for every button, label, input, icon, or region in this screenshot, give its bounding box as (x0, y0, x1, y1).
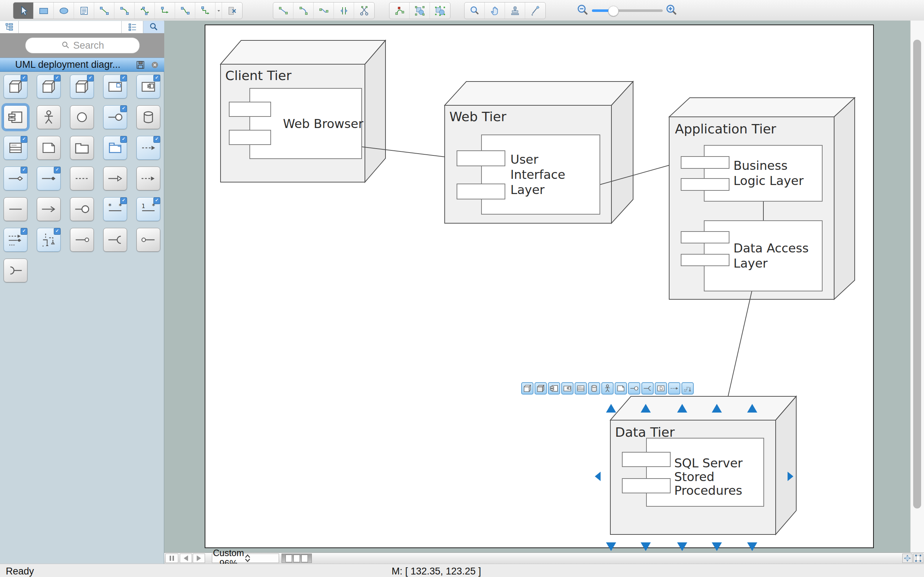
remove-connector-button[interactable] (222, 3, 242, 19)
shape-iface-circle[interactable] (70, 105, 94, 129)
save-library-icon[interactable] (135, 60, 145, 70)
actual-size-button[interactable] (913, 554, 923, 563)
node-web-tier[interactable]: Web Tier User Interface Layer (445, 82, 681, 223)
shape-one-mult-line[interactable]: 1*✓ (136, 197, 160, 221)
float-note-button[interactable] (615, 382, 627, 395)
zoom-level-select[interactable]: Custom 96% (212, 554, 279, 563)
shape-node3d[interactable]: ✓ (37, 75, 61, 98)
previous-page-button[interactable] (180, 554, 192, 563)
mirror-tool-button[interactable] (334, 3, 354, 19)
pan-tool-button[interactable] (485, 3, 505, 19)
shape-lollipop[interactable]: ✓ (103, 105, 127, 129)
connector-line-button[interactable] (94, 3, 115, 19)
shape-dep-diamond[interactable]: ✓ (3, 228, 27, 252)
zoom-stepper[interactable] (245, 554, 277, 562)
text-tool-button[interactable] (74, 3, 94, 19)
tree-view-button[interactable] (0, 21, 19, 33)
ellipse-tool-button[interactable] (54, 3, 74, 19)
shape-frame-doc[interactable]: ✓ (103, 75, 127, 98)
node-application-tier[interactable]: Application Tier Business Logic Layer Da… (669, 98, 855, 438)
shape-dep-arrow[interactable]: ✓ (136, 136, 160, 160)
close-library-icon[interactable] (150, 60, 160, 70)
float-cube-button[interactable] (521, 382, 533, 395)
vertical-scrollbar-thumb[interactable] (913, 40, 921, 508)
float-socket-end-line-button[interactable] (641, 382, 654, 395)
node-client-tier[interactable]: Client Tier Web Browser (221, 40, 457, 182)
float-elbow-down-button[interactable] (682, 382, 694, 395)
component-tab[interactable] (229, 130, 271, 145)
pointer-button[interactable] (13, 3, 34, 19)
shape-classbox[interactable]: ✓ (3, 136, 27, 160)
component-tab[interactable] (681, 156, 729, 168)
float-cube-shaded-button[interactable] (535, 382, 547, 395)
node-data-tier[interactable]: Data Tier SQL Server Stored Procedures (611, 396, 796, 534)
shape-node3d[interactable]: ✓ (3, 75, 27, 98)
shape-actor[interactable] (37, 105, 61, 129)
spline-tool-button[interactable] (313, 3, 334, 19)
component-tab[interactable] (681, 232, 729, 243)
search-mode-button[interactable] (143, 21, 164, 33)
component-tab[interactable] (457, 184, 505, 199)
zoom-in-icon[interactable] (665, 3, 678, 17)
connector-elbow-button[interactable] (155, 3, 175, 19)
float-database-button[interactable] (588, 382, 600, 395)
zoom-slider-thumb[interactable] (608, 6, 619, 16)
float-comp-frame-button[interactable] (561, 382, 573, 395)
shape-open-arrow[interactable] (103, 167, 127, 190)
float-doc-box-button[interactable] (655, 382, 667, 395)
shape-circle-end-line[interactable] (70, 228, 94, 252)
library-titlebar[interactable]: UML deployment diagr... (0, 58, 164, 72)
component-tab[interactable] (457, 151, 505, 166)
fit-to-screen-button[interactable] (902, 554, 913, 563)
shape-component[interactable] (3, 105, 27, 129)
shape-node3d[interactable]: ✓ (70, 75, 94, 98)
shape-dash-line[interactable] (70, 167, 94, 190)
float-component-button[interactable] (548, 382, 560, 395)
list-view-button[interactable] (122, 21, 143, 33)
shape-diamond-line[interactable]: ✓ (3, 167, 27, 190)
connector-tree-button[interactable] (195, 3, 215, 19)
shape-socket-start-line[interactable] (3, 259, 27, 282)
shape-package[interactable]: ✓ (103, 136, 127, 160)
reshape-tool-button[interactable] (389, 3, 410, 19)
float-classbox-button[interactable] (575, 382, 587, 395)
connector-curve2-button[interactable] (175, 3, 195, 19)
shape-ortho-dep[interactable]: ✓ (37, 228, 61, 252)
shape-ball-line[interactable] (70, 197, 94, 221)
float-dep-arrow-button[interactable] (668, 382, 680, 395)
shape-comp-frame[interactable]: ✓ (136, 75, 160, 98)
shape-socket-end-line[interactable] (103, 228, 127, 252)
connector-bezier-button[interactable] (135, 3, 155, 19)
zoom-out-icon[interactable] (576, 3, 590, 17)
group-tool-button[interactable] (410, 3, 430, 19)
component-tab[interactable] (681, 179, 729, 190)
pause-button[interactable] (165, 554, 178, 563)
ungroup-tool-button[interactable] (430, 3, 450, 19)
zoom-slider[interactable] (592, 3, 663, 18)
shape-arrow-line[interactable] (37, 197, 61, 221)
eyedropper-tool-button[interactable] (525, 3, 545, 19)
stamp-tool-button[interactable] (505, 3, 525, 19)
menu-arrow-button[interactable] (215, 3, 222, 19)
shape-circle-start-line[interactable] (136, 228, 160, 252)
line-tool-button[interactable] (273, 3, 294, 19)
diagram-page[interactable]: Client Tier Web Browser Web Tier User In… (205, 24, 874, 548)
float-actor-button[interactable] (601, 382, 614, 395)
component-tab[interactable] (681, 254, 729, 266)
scissors-tool-button[interactable] (354, 3, 374, 19)
connector-arc-button[interactable] (115, 3, 135, 19)
zoom-tool-button[interactable] (465, 3, 485, 19)
component-tab[interactable] (622, 452, 670, 467)
shape-mult-line[interactable]: **✓ (103, 197, 127, 221)
rect-tool-button[interactable] (34, 3, 54, 19)
shape-fdiamond-line[interactable]: ✓ (37, 167, 61, 190)
shape-plain-line[interactable] (3, 197, 27, 221)
arc-tool-button[interactable] (294, 3, 313, 19)
shape-database[interactable] (136, 105, 160, 129)
search-input[interactable]: Search (25, 37, 140, 53)
shape-note[interactable] (37, 136, 61, 160)
shape-dash-arrow-filled[interactable] (136, 167, 160, 190)
next-page-button[interactable] (193, 554, 205, 563)
page-tabs-widget[interactable] (281, 554, 312, 563)
shape-folder[interactable] (70, 136, 94, 160)
